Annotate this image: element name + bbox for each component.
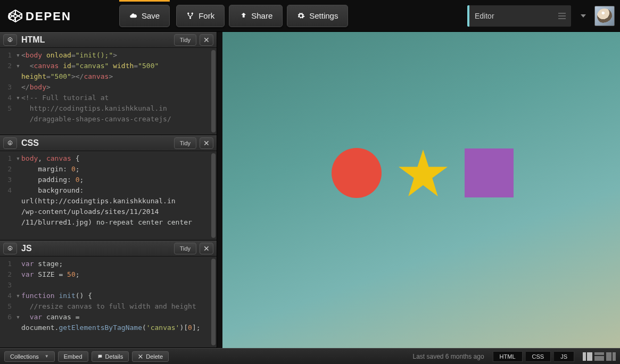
save-button[interactable]: Save — [119, 5, 170, 27]
chevron-down-icon — [581, 14, 586, 18]
tab-html[interactable]: HTML — [493, 351, 523, 362]
app-footer: Collections Embed Details Delete Last sa… — [0, 348, 620, 364]
layout-left-icon[interactable] — [583, 352, 592, 361]
gear-icon — [297, 12, 305, 20]
cloud-icon — [129, 12, 137, 20]
circle-shape[interactable] — [332, 148, 382, 198]
save-label: Save — [142, 11, 160, 20]
js-pane-header: JS Tidy ✕ — [0, 241, 217, 257]
scrollbar[interactable] — [211, 50, 216, 133]
layout-top-icon[interactable] — [594, 352, 604, 361]
js-tidy-button[interactable]: Tidy — [174, 243, 196, 254]
share-label: Share — [251, 11, 272, 20]
layout-right-icon[interactable] — [606, 352, 616, 361]
js-close-button[interactable]: ✕ — [200, 243, 213, 254]
html-code-editor[interactable]: 1▾<body onload="init();">2▾ <canvas id="… — [0, 48, 217, 135]
fork-label: Fork — [199, 11, 214, 20]
scrollbar[interactable] — [211, 153, 216, 238]
avatar[interactable] — [594, 6, 615, 26]
layout-switcher — [583, 352, 616, 361]
view-mode-select[interactable]: Editor — [467, 5, 571, 27]
app-header: DEPEN C Save Fork Share — [0, 0, 620, 32]
editor-column: HTML Tidy ✕ 1▾<body onload="init();">2▾ … — [0, 32, 217, 348]
tab-js[interactable]: JS — [554, 351, 574, 362]
embed-button[interactable]: Embed — [58, 351, 88, 362]
css-tidy-button[interactable]: Tidy — [174, 137, 196, 149]
details-label: Details — [105, 353, 123, 360]
html-tidy-button[interactable]: Tidy — [174, 34, 196, 46]
gear-icon — [7, 140, 13, 146]
share-button[interactable]: Share — [229, 5, 283, 27]
html-pane-title: HTML — [21, 35, 170, 45]
svg-point-6 — [192, 13, 193, 14]
share-icon — [239, 12, 247, 20]
main-area: HTML Tidy ✕ 1▾<body onload="init();">2▾ … — [0, 32, 620, 348]
vertical-splitter[interactable] — [217, 32, 222, 348]
css-settings-button[interactable] — [3, 137, 17, 149]
html-pane-header: HTML Tidy ✕ — [0, 32, 217, 48]
js-pane-title: JS — [21, 244, 170, 253]
svg-marker-11 — [399, 150, 448, 196]
details-button[interactable]: Details — [92, 351, 129, 362]
menu-icon — [558, 13, 566, 19]
comment-icon — [97, 354, 103, 359]
save-status: Last saved 6 months ago — [412, 353, 484, 360]
js-pane: JS Tidy ✕ 1var stage;2var SIZE = 50;34▾f… — [0, 241, 217, 348]
fork-button[interactable]: Fork — [176, 5, 225, 27]
css-code-editor[interactable]: 1▾body, canvas {2 margin: 0;3 padding: 0… — [0, 151, 217, 240]
codepen-logo[interactable]: DEPEN C — [7, 8, 109, 24]
svg-text:DEPEN: DEPEN — [26, 10, 71, 23]
scrollbar[interactable] — [211, 259, 216, 345]
collections-button[interactable]: Collections — [4, 351, 55, 362]
settings-button[interactable]: Settings — [287, 5, 348, 27]
js-settings-button[interactable] — [3, 243, 17, 254]
canvas-shapes — [332, 148, 514, 198]
preview-pane[interactable] — [222, 32, 620, 348]
square-shape[interactable] — [465, 148, 514, 197]
svg-text:C: C — [7, 10, 16, 23]
css-pane-title: CSS — [21, 138, 170, 148]
html-pane: HTML Tidy ✕ 1▾<body onload="init();">2▾ … — [0, 32, 217, 135]
delete-label: Delete — [146, 353, 163, 360]
svg-point-10 — [10, 248, 11, 250]
fork-icon — [186, 12, 194, 20]
settings-label: Settings — [309, 11, 338, 20]
delete-button[interactable]: Delete — [132, 351, 169, 362]
user-menu-toggle[interactable] — [575, 14, 591, 18]
html-close-button[interactable]: ✕ — [200, 34, 213, 46]
html-settings-button[interactable] — [3, 34, 17, 46]
view-mode-label: Editor — [475, 12, 494, 20]
gear-icon — [7, 37, 13, 43]
star-shape[interactable] — [398, 148, 449, 197]
svg-point-8 — [10, 39, 11, 41]
gear-icon — [7, 245, 13, 252]
svg-point-5 — [187, 13, 189, 14]
close-icon — [138, 354, 143, 359]
header-actions: Save Fork Share Settings — [119, 5, 348, 27]
svg-point-7 — [189, 17, 191, 19]
css-pane-header: CSS Tidy ✕ — [0, 135, 217, 151]
js-code-editor[interactable]: 1var stage;2var SIZE = 50;34▾function in… — [0, 257, 217, 348]
css-close-button[interactable]: ✕ — [200, 137, 213, 149]
css-pane: CSS Tidy ✕ 1▾body, canvas {2 margin: 0;3… — [0, 135, 217, 241]
tab-css[interactable]: CSS — [526, 351, 551, 362]
svg-point-9 — [10, 143, 11, 144]
